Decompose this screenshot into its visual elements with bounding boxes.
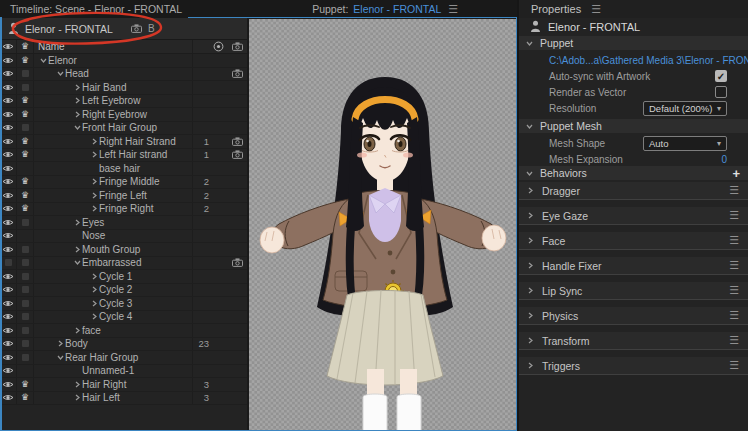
tree-row-fringe-right[interactable]: ♛ Fringe Right 2 — [0, 203, 247, 217]
warp-independence-toggle[interactable]: ♛ — [17, 378, 34, 391]
tree-row-right-eyebrow[interactable]: ♛ Right Eyebrow — [0, 108, 247, 122]
warp-independence-toggle[interactable]: ♛ — [17, 54, 34, 67]
expander-closed-icon[interactable] — [525, 237, 535, 244]
warp-independence-toggle[interactable]: ♛ — [17, 189, 34, 202]
eye-toggle[interactable] — [0, 216, 17, 229]
warp-independence-toggle[interactable] — [17, 365, 34, 378]
eye-toggle[interactable] — [0, 338, 17, 351]
eye-toggle[interactable] — [0, 230, 17, 243]
mesh-shape-select[interactable]: Auto ▾ — [643, 136, 727, 151]
expander-closed-icon[interactable] — [89, 286, 99, 293]
source-artwork-link[interactable]: C:\Adob...a\Gathered Media 3\Elenor - FR… — [519, 52, 748, 68]
expander-closed-icon[interactable] — [89, 151, 99, 158]
puppet-viewport[interactable]: מדן — [247, 18, 517, 431]
section-header-puppet[interactable]: Puppet — [519, 36, 748, 50]
expander-closed-icon[interactable] — [89, 138, 99, 145]
expander-open-icon[interactable] — [72, 125, 82, 130]
tree-row-fringe-middle[interactable]: ♛ Fringe Middle 2 — [0, 176, 247, 190]
warp-independence-toggle[interactable] — [17, 284, 34, 297]
warp-independence-toggle[interactable]: ♛ — [17, 149, 34, 162]
expander-closed-icon[interactable] — [72, 394, 82, 401]
expander-closed-icon[interactable] — [89, 178, 99, 185]
behavior-dragger[interactable]: Dragger ☰ — [519, 182, 748, 200]
warp-independence-toggle[interactable] — [17, 297, 34, 310]
auto-sync-checkbox[interactable]: ✓ — [715, 70, 727, 82]
eye-toggle[interactable] — [0, 311, 17, 324]
warp-independence-toggle[interactable]: ♛ — [17, 108, 34, 121]
behavior-options-icon[interactable]: ☰ — [729, 235, 739, 246]
eye-toggle[interactable] — [0, 392, 17, 405]
puppet-breadcrumb[interactable]: Elenor - FRONTAL B — [0, 18, 247, 40]
warp-independence-toggle[interactable] — [17, 270, 34, 283]
expander-closed-icon[interactable] — [89, 313, 99, 320]
warp-independence-toggle[interactable] — [17, 216, 34, 229]
warp-independence-toggle[interactable] — [17, 81, 34, 94]
expander-open-icon[interactable] — [38, 58, 48, 63]
expander-closed-icon[interactable] — [72, 327, 82, 334]
expander-open-icon[interactable] — [55, 355, 65, 360]
eye-toggle[interactable] — [0, 81, 17, 94]
eye-toggle[interactable] — [0, 122, 17, 135]
expander-closed-icon[interactable] — [72, 111, 82, 118]
eye-toggle[interactable] — [0, 378, 17, 391]
tab-timeline[interactable]: Timeline: Scene - Elenor - FRONTAL — [0, 0, 192, 18]
expander-closed-icon[interactable] — [525, 187, 535, 194]
eye-toggle[interactable] — [0, 149, 17, 162]
expander-closed-icon[interactable] — [55, 340, 65, 347]
behavior-options-icon[interactable]: ☰ — [729, 260, 739, 271]
eye-toggle[interactable] — [0, 257, 17, 270]
expander-closed-icon[interactable] — [525, 312, 535, 319]
eye-toggle[interactable] — [0, 270, 17, 283]
expander-closed-icon[interactable] — [525, 287, 535, 294]
tree-row-embarrassed[interactable]: Embarrassed — [0, 257, 247, 271]
eye-toggle[interactable] — [0, 176, 17, 189]
eye-toggle[interactable] — [0, 324, 17, 337]
expander-closed-icon[interactable] — [525, 262, 535, 269]
warp-independence-toggle[interactable] — [17, 324, 34, 337]
eye-toggle[interactable] — [0, 162, 17, 175]
expander-open-icon[interactable] — [55, 71, 65, 76]
tree-row-cycle-1[interactable]: Cycle 1 — [0, 270, 247, 284]
eye-toggle[interactable] — [0, 203, 17, 216]
warp-independence-toggle[interactable] — [17, 311, 34, 324]
warp-independence-toggle[interactable] — [17, 351, 34, 364]
tree-row-front-hair-group[interactable]: Front Hair Group — [0, 122, 247, 136]
tree-row-hair-right[interactable]: ♛ Hair Right 3 — [0, 378, 247, 392]
eye-toggle[interactable] — [0, 351, 17, 364]
behavior-options-icon[interactable]: ☰ — [729, 335, 739, 346]
tree-row-left-hair-strand[interactable]: ♛ Left Hair strand 1 — [0, 149, 247, 163]
warp-independence-toggle[interactable] — [17, 257, 34, 270]
warp-independence-toggle[interactable] — [17, 243, 34, 256]
resolution-select[interactable]: Default (200%) ▾ — [643, 101, 727, 116]
warp-independence-toggle[interactable]: ♛ — [17, 135, 34, 148]
eye-toggle[interactable] — [0, 135, 17, 148]
expander-closed-icon[interactable] — [72, 219, 82, 226]
tree-row-hair-band[interactable]: Hair Band — [0, 81, 247, 95]
properties-menu-icon[interactable]: ☰ — [591, 3, 601, 16]
add-behavior-button[interactable]: + — [732, 167, 740, 180]
expander-closed-icon[interactable] — [89, 192, 99, 199]
expander-closed-icon[interactable] — [72, 97, 82, 104]
tree-row-rear-hair-group[interactable]: Rear Hair Group — [0, 351, 247, 365]
expander-closed-icon[interactable] — [89, 205, 99, 212]
tree-row-cycle-3[interactable]: Cycle 3 — [0, 297, 247, 311]
tree-row-unnamed-1[interactable]: Unnamed-1 — [0, 365, 247, 379]
tree-row-face[interactable]: face — [0, 324, 247, 338]
tree-row-cycle-4[interactable]: Cycle 4 — [0, 311, 247, 325]
tree-row-mouth-group[interactable]: Mouth Group — [0, 243, 247, 257]
panel-menu-icon[interactable]: ☰ — [448, 3, 458, 16]
eye-toggle[interactable] — [0, 54, 17, 67]
behavior-triggers[interactable]: Triggers ☰ — [519, 357, 748, 375]
expander-closed-icon[interactable] — [525, 362, 535, 369]
behavior-options-icon[interactable]: ☰ — [729, 210, 739, 221]
behavior-options-icon[interactable]: ☰ — [729, 360, 739, 371]
eye-toggle[interactable] — [0, 108, 17, 121]
behavior-options-icon[interactable]: ☰ — [729, 285, 739, 296]
tree-row-body[interactable]: Body 23 — [0, 338, 247, 352]
expander-closed-icon[interactable] — [72, 246, 82, 253]
behavior-handle-fixer[interactable]: Handle Fixer ☰ — [519, 257, 748, 275]
warp-independence-toggle[interactable] — [17, 122, 34, 135]
expander-closed-icon[interactable] — [89, 300, 99, 307]
tree-row-elenor[interactable]: ♛ Elenor — [0, 54, 247, 68]
tree-row-right-hair-strand[interactable]: ♛ Right Hair Strand 1 — [0, 135, 247, 149]
